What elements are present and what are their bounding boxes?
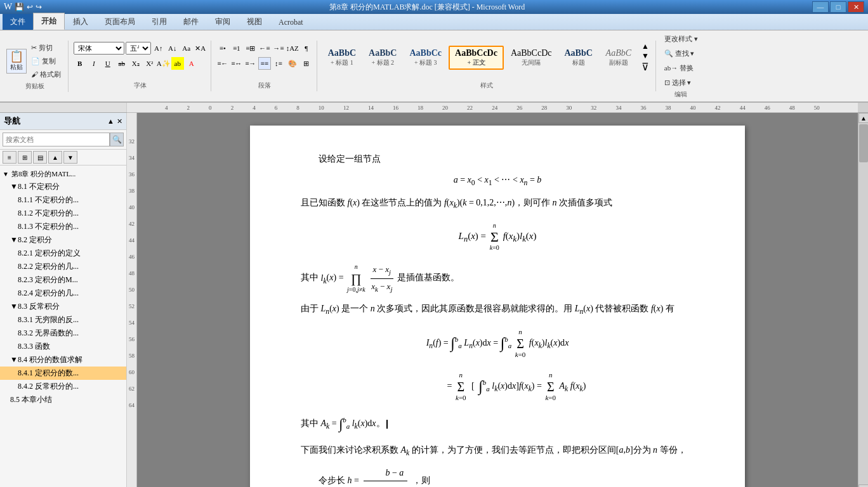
justify-button[interactable]: ≡≡ [258, 57, 271, 70]
font-name-select[interactable]: 宋体 [74, 42, 124, 55]
align-center-button[interactable]: ≡↔ [230, 57, 243, 70]
nav-section-8-2[interactable]: ▼8.2 定积分 [0, 233, 126, 247]
clear-format-button[interactable]: ✕A [194, 42, 207, 55]
ruler-area: 4202468101214161820222426283032343638404… [0, 103, 868, 113]
style-normal[interactable]: AaBbCcDc + 正文 [449, 46, 504, 70]
tab-insert[interactable]: 插入 [65, 13, 96, 30]
nav-item-8-2-1[interactable]: 8.2.1 定积分的定义 [0, 247, 126, 260]
nav-section-8-4[interactable]: ▼8.4 积分的数值求解 [0, 353, 126, 367]
subscript-button[interactable]: X₂ [129, 57, 142, 70]
nav-search-button[interactable]: 🔍 [110, 133, 124, 146]
superscript-button[interactable]: X² [143, 57, 156, 70]
shrink-font-button[interactable]: A↓ [166, 42, 179, 55]
highlight-button[interactable]: ab [171, 57, 184, 70]
font-dialog-button[interactable]: Aa [180, 42, 193, 55]
scroll-up-button[interactable]: ▲ [858, 113, 868, 123]
scroll-thumb[interactable] [859, 124, 868, 162]
italic-button[interactable]: I [88, 57, 100, 70]
vertical-scrollbar[interactable]: ▲ ▼ [858, 113, 868, 487]
document-area[interactable]: 设给定一组节点 a = x0 < x1 < ⋯ < xn = b 且已知函数 f… [137, 113, 858, 487]
nav-item-8-4-2[interactable]: 8.4.2 反常积分的... [0, 380, 126, 393]
nav-section-8-1[interactable]: ▼8.1 不定积分 [0, 180, 126, 193]
border-button[interactable]: ⊞ [300, 57, 313, 70]
tab-mail[interactable]: 邮件 [175, 13, 207, 30]
replace-button[interactable]: ab→ 替换 [661, 62, 697, 74]
scroll-down-button[interactable]: ▼ [858, 484, 868, 487]
maximize-button[interactable]: □ [830, 1, 846, 13]
quick-access-undo[interactable]: ↩ [27, 3, 33, 12]
tab-acrobat[interactable]: Acrobat [270, 15, 312, 30]
text-effects-button[interactable]: A✨ [157, 57, 170, 70]
formula-nodes: a = x0 < x1 < ⋯ < xn = b [301, 172, 694, 190]
style-h3[interactable]: AaBbCc + 标题 3 [404, 46, 447, 69]
ribbon: 文件 开始 插入 页面布局 引用 邮件 审阅 视图 Acrobat 📋 粘贴 ✂… [0, 14, 868, 103]
nav-item-8-1-2[interactable]: 8.1.2 不定积分的... [0, 207, 126, 220]
increase-indent-button[interactable]: →≡ [272, 42, 285, 55]
change-styles-button[interactable]: 更改样式 ▾ [661, 33, 701, 45]
show-marks-button[interactable]: ¶ [300, 42, 313, 55]
bold-button[interactable]: B [74, 57, 86, 70]
nav-item-8-2-4[interactable]: 8.2.4 定积分的几... [0, 287, 126, 300]
close-button[interactable]: ✕ [848, 1, 864, 13]
cut-button[interactable]: ✂ 剪切 [28, 42, 64, 54]
sort-button[interactable]: ↕AZ [286, 42, 299, 55]
nav-item-8-4-1[interactable]: 8.4.1 定积分的数... [0, 367, 126, 380]
style-h2[interactable]: AaBbC + 标题 2 [363, 46, 402, 69]
nav-close-button[interactable]: ✕ [117, 117, 122, 126]
nav-title: 导航 [4, 115, 20, 127]
tab-view[interactable]: 视图 [239, 13, 270, 30]
decrease-indent-button[interactable]: ←≡ [258, 42, 271, 55]
quick-access-redo[interactable]: ↪ [36, 3, 42, 12]
style-title[interactable]: AaBbC 标题 [558, 46, 598, 69]
nav-down-button[interactable]: ▼ [63, 151, 77, 164]
nav-section-8-5[interactable]: 8.5 本章小结 [0, 393, 126, 406]
style-subtitle[interactable]: AaBbC 副标题 [600, 46, 638, 69]
nav-toggle-button[interactable]: ▲ [107, 117, 114, 126]
nav-item-8-2-3[interactable]: 8.2.3 定积分的M... [0, 273, 126, 287]
bullets-button[interactable]: ≡• [216, 42, 229, 55]
select-button[interactable]: ⊡ 选择 ▾ [661, 77, 695, 89]
minimize-button[interactable]: — [812, 1, 829, 13]
nav-item-8-2-2[interactable]: 8.2.2 定积分的几... [0, 260, 126, 273]
tab-references[interactable]: 引用 [143, 13, 175, 30]
nav-item-8-1-3[interactable]: 8.1.3 不定积分的... [0, 220, 126, 233]
quick-access-save[interactable]: 💾 [15, 3, 24, 12]
find-button[interactable]: 🔍 查找 ▾ [661, 48, 698, 60]
align-right-button[interactable]: ≡→ [244, 57, 257, 70]
nav-item-8-1-1[interactable]: 8.1.1 不定积分的... [0, 193, 126, 207]
copy-button[interactable]: 📄 复制 [28, 55, 64, 67]
grow-font-button[interactable]: A↑ [152, 42, 165, 55]
tab-review[interactable]: 审阅 [207, 13, 239, 30]
format-painter-button[interactable]: 🖌 格式刷 [28, 68, 64, 81]
font-size-select[interactable]: 五号 [126, 42, 151, 55]
tab-file[interactable]: 文件 [3, 14, 33, 30]
nav-search-input[interactable] [3, 133, 110, 146]
nav-chapter-8[interactable]: ▼第8章 积分的MATL... [0, 168, 126, 180]
line-spacing-button[interactable]: ↕≡ [272, 57, 285, 70]
style-h1[interactable]: AaBbC + 标题 1 [322, 46, 362, 69]
clipboard-buttons: 📋 粘贴 ✂ 剪切 📄 复制 🖌 格式刷 [6, 42, 64, 81]
navigation-panel: 导航 ▲ ✕ 🔍 ≡ ⊞ ▤ ▲ ▼ ▼第8章 积分的MATL... ▼8.1 … [0, 113, 127, 487]
strikethrough-button[interactable]: ab [115, 57, 128, 70]
styles-scroll[interactable]: ▲▼⊽ [639, 42, 652, 73]
paragraph-group: ≡• ≡1 ≡⊞ ←≡ →≡ ↕AZ ¶ ≡← ≡↔ ≡→ ≡≡ ↕≡ 🎨 ⊞ [213, 41, 317, 91]
nav-view-2-button[interactable]: ⊞ [18, 151, 32, 164]
nav-item-8-3-2[interactable]: 8.3.2 无界函数的... [0, 327, 126, 340]
nav-section-8-3[interactable]: ▼8.3 反常积分 [0, 300, 126, 313]
window-controls-right[interactable]: — □ ✕ [812, 1, 864, 13]
font-color-button[interactable]: A [185, 57, 198, 70]
nav-up-button[interactable]: ▲ [48, 151, 62, 164]
align-left-button[interactable]: ≡← [216, 57, 229, 70]
nav-view-3-button[interactable]: ▤ [33, 151, 47, 164]
tab-home[interactable]: 开始 [33, 13, 65, 30]
nav-view-1-button[interactable]: ≡ [3, 151, 16, 164]
numbering-button[interactable]: ≡1 [230, 42, 243, 55]
tab-pagelayout[interactable]: 页面布局 [96, 13, 143, 30]
paste-button[interactable]: 📋 粘贴 [6, 49, 27, 74]
multilevel-button[interactable]: ≡⊞ [244, 42, 257, 55]
style-nospace[interactable]: AaBbCcDc 无间隔 [505, 46, 558, 69]
shading-button[interactable]: 🎨 [286, 57, 299, 70]
nav-item-8-3-1[interactable]: 8.3.1 无穷限的反... [0, 313, 126, 327]
underline-button[interactable]: U [102, 57, 114, 70]
nav-item-8-3-3[interactable]: 8.3.3 函数 [0, 340, 126, 353]
